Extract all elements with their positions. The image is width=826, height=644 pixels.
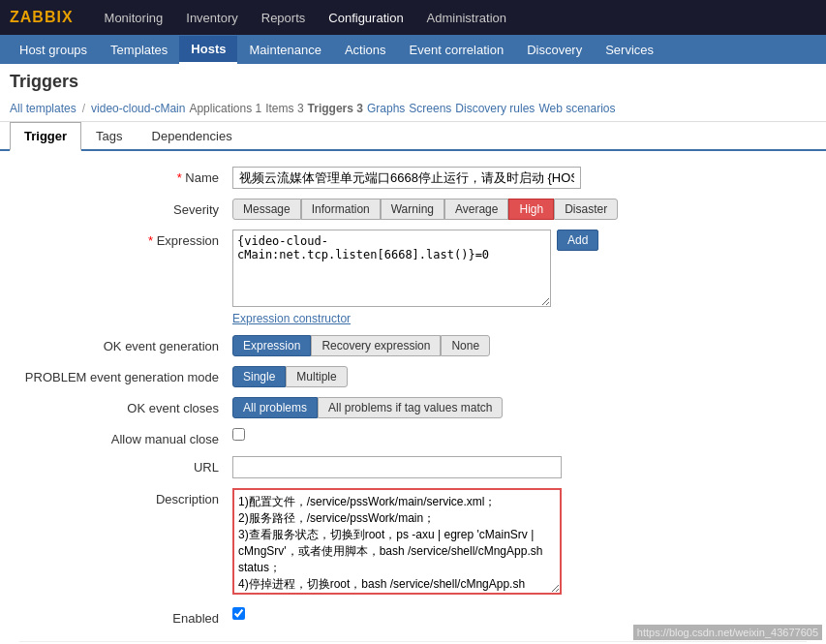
name-row: * Name bbox=[19, 167, 807, 189]
breadcrumb-screens[interactable]: Screens bbox=[409, 102, 451, 115]
enabled-row: Enabled bbox=[19, 607, 807, 626]
main-content: * Name Severity Message Information Warn… bbox=[0, 151, 826, 644]
nav-inventory[interactable]: Inventory bbox=[174, 3, 249, 33]
name-label: * Name bbox=[19, 167, 232, 185]
severity-field: Message Information Warning Average High… bbox=[232, 199, 807, 220]
breadcrumb: All templates / video-cloud-cMain Applic… bbox=[0, 96, 826, 122]
zabbix-logo: ZABBIX bbox=[10, 9, 74, 26]
breadcrumb-triggers[interactable]: Triggers 3 bbox=[308, 102, 363, 115]
severity-average[interactable]: Average bbox=[444, 199, 508, 220]
problem-event-field: Single Multiple bbox=[232, 366, 807, 387]
enabled-label: Enabled bbox=[19, 607, 232, 626]
problem-event-row: PROBLEM event generation mode Single Mul… bbox=[19, 366, 807, 387]
expression-add-button[interactable]: Add bbox=[557, 230, 598, 251]
tab-dependencies[interactable]: Dependencies bbox=[138, 122, 247, 149]
subnav-maintenance[interactable]: Maintenance bbox=[237, 37, 332, 63]
allow-manual-field bbox=[232, 428, 807, 444]
expression-row: * Expression {video-cloud-cMain:net.tcp.… bbox=[19, 230, 807, 325]
expression-constructor-anchor[interactable]: Expression constructor bbox=[232, 312, 351, 325]
ok-event-expression[interactable]: Expression bbox=[232, 335, 311, 356]
severity-high[interactable]: High bbox=[508, 199, 554, 220]
subnav-host-groups[interactable]: Host groups bbox=[8, 37, 99, 63]
name-required: * bbox=[177, 170, 182, 185]
nav-monitoring[interactable]: Monitoring bbox=[93, 3, 175, 33]
subnav-discovery[interactable]: Discovery bbox=[515, 37, 594, 63]
problem-multiple[interactable]: Multiple bbox=[286, 366, 347, 387]
ok-closes-tag-match[interactable]: All problems if tag values match bbox=[318, 397, 503, 418]
ok-event-row: OK event generation Expression Recovery … bbox=[19, 335, 807, 356]
description-field: 1)配置文件，/service/pssWork/main/service.xml… bbox=[232, 488, 807, 598]
page-title: Triggers bbox=[0, 64, 826, 96]
tab-bar: Trigger Tags Dependencies bbox=[0, 122, 826, 151]
subnav-services[interactable]: Services bbox=[594, 37, 665, 63]
nav-configuration[interactable]: Configuration bbox=[317, 3, 414, 33]
expression-wrap: {video-cloud-cMain:net.tcp.listen[6668].… bbox=[232, 230, 807, 307]
expression-required: * bbox=[148, 233, 153, 248]
breadcrumb-host[interactable]: video-cloud-cMain bbox=[91, 102, 185, 115]
ok-closes-field: All problems All problems if tag values … bbox=[232, 397, 807, 418]
expression-field: {video-cloud-cMain:net.tcp.listen[6668].… bbox=[232, 230, 807, 325]
problem-event-label: PROBLEM event generation mode bbox=[19, 366, 232, 384]
allow-manual-checkbox[interactable] bbox=[232, 428, 245, 441]
watermark: https://blog.csdn.net/weixin_43677605 bbox=[633, 625, 822, 640]
expression-constructor-link: Expression constructor bbox=[232, 311, 807, 325]
severity-row: Severity Message Information Warning Ave… bbox=[19, 199, 807, 220]
tab-trigger[interactable]: Trigger bbox=[10, 122, 81, 151]
expression-textarea[interactable]: {video-cloud-cMain:net.tcp.listen[6668].… bbox=[232, 230, 551, 307]
severity-warning[interactable]: Warning bbox=[381, 199, 444, 220]
severity-information[interactable]: Information bbox=[301, 199, 381, 220]
description-textarea[interactable]: 1)配置文件，/service/pssWork/main/service.xml… bbox=[232, 488, 562, 595]
ok-event-label: OK event generation bbox=[19, 335, 232, 353]
url-label: URL bbox=[19, 456, 232, 475]
subnav-templates[interactable]: Templates bbox=[99, 37, 179, 63]
url-row: URL bbox=[19, 456, 807, 478]
severity-label: Severity bbox=[19, 199, 232, 217]
expression-label: * Expression bbox=[19, 230, 232, 248]
ok-closes-label: OK event closes bbox=[19, 397, 232, 415]
tab-tags[interactable]: Tags bbox=[81, 122, 137, 149]
problem-event-group: Single Multiple bbox=[232, 366, 807, 387]
ok-closes-group: All problems All problems if tag values … bbox=[232, 397, 807, 418]
nav-administration[interactable]: Administration bbox=[415, 3, 518, 33]
breadcrumb-web-scenarios[interactable]: Web scenarios bbox=[538, 102, 615, 115]
description-label: Description bbox=[19, 488, 232, 506]
breadcrumb-sep1: / bbox=[82, 102, 85, 115]
problem-single[interactable]: Single bbox=[232, 366, 286, 387]
ok-closes-all-problems[interactable]: All problems bbox=[232, 397, 318, 418]
subnav-event-correlation[interactable]: Event correlation bbox=[398, 37, 516, 63]
description-row: Description 1)配置文件，/service/pssWork/main… bbox=[19, 488, 807, 598]
top-navigation: ZABBIX Monitoring Inventory Reports Conf… bbox=[0, 0, 826, 35]
severity-disaster[interactable]: Disaster bbox=[554, 199, 618, 220]
breadcrumb-all-templates[interactable]: All templates bbox=[10, 102, 76, 115]
severity-group: Message Information Warning Average High… bbox=[232, 199, 807, 220]
enabled-checkbox[interactable] bbox=[232, 607, 245, 620]
url-input[interactable] bbox=[232, 456, 562, 478]
allow-manual-row: Allow manual close bbox=[19, 428, 807, 446]
name-input[interactable] bbox=[232, 167, 581, 189]
subnav-hosts[interactable]: Hosts bbox=[179, 36, 237, 64]
breadcrumb-applications[interactable]: Applications 1 bbox=[189, 102, 261, 115]
nav-reports[interactable]: Reports bbox=[250, 3, 318, 33]
breadcrumb-items[interactable]: Items 3 bbox=[265, 102, 303, 115]
subnav-actions[interactable]: Actions bbox=[333, 37, 398, 63]
sub-navigation: Host groups Templates Hosts Maintenance … bbox=[0, 35, 826, 64]
ok-closes-row: OK event closes All problems All problem… bbox=[19, 397, 807, 418]
ok-event-none[interactable]: None bbox=[441, 335, 490, 356]
name-field bbox=[232, 167, 807, 189]
breadcrumb-discovery-rules[interactable]: Discovery rules bbox=[455, 102, 535, 115]
ok-event-group: Expression Recovery expression None bbox=[232, 335, 807, 356]
ok-event-field: Expression Recovery expression None bbox=[232, 335, 807, 356]
enabled-field bbox=[232, 607, 807, 623]
severity-message[interactable]: Message bbox=[232, 199, 301, 220]
ok-event-recovery[interactable]: Recovery expression bbox=[311, 335, 441, 356]
allow-manual-label: Allow manual close bbox=[19, 428, 232, 446]
url-field bbox=[232, 456, 807, 478]
breadcrumb-graphs[interactable]: Graphs bbox=[367, 102, 405, 115]
